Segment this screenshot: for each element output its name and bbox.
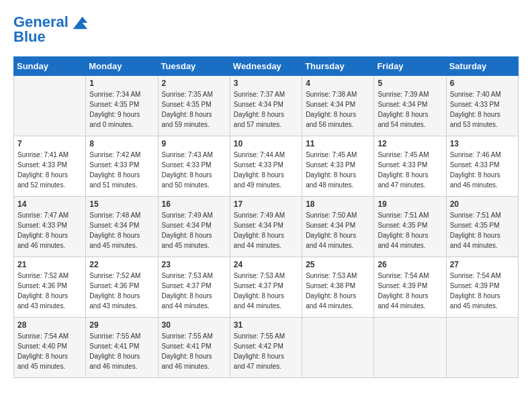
day-number: 11 (306, 139, 370, 148)
day-number: 18 (306, 199, 370, 209)
week-row-2: 7Sunrise: 7:41 AM Sunset: 4:33 PM Daylig… (14, 136, 519, 197)
day-cell: 14Sunrise: 7:47 AM Sunset: 4:33 PM Dayli… (14, 197, 86, 257)
day-number: 25 (306, 260, 370, 269)
day-number: 7 (17, 139, 82, 148)
week-row-4: 21Sunrise: 7:52 AM Sunset: 4:36 PM Dayli… (14, 257, 519, 318)
day-info: Sunrise: 7:55 AM Sunset: 4:41 PM Dayligh… (162, 331, 226, 371)
header-wednesday: Wednesday (230, 57, 302, 76)
day-number: 16 (162, 199, 226, 209)
day-number: 15 (89, 199, 154, 209)
day-info: Sunrise: 7:46 AM Sunset: 4:33 PM Dayligh… (450, 150, 515, 190)
day-number: 30 (162, 320, 226, 330)
day-cell (302, 318, 374, 378)
day-info: Sunrise: 7:35 AM Sunset: 4:35 PM Dayligh… (162, 89, 226, 130)
day-cell: 24Sunrise: 7:53 AM Sunset: 4:37 PM Dayli… (230, 257, 302, 318)
header-friday: Friday (374, 57, 446, 76)
svg-marker-0 (73, 17, 87, 30)
day-info: Sunrise: 7:49 AM Sunset: 4:34 PM Dayligh… (234, 210, 298, 250)
logo: General Blue (13, 13, 89, 46)
day-info: Sunrise: 7:53 AM Sunset: 4:37 PM Dayligh… (234, 271, 298, 311)
day-cell: 23Sunrise: 7:53 AM Sunset: 4:37 PM Dayli… (158, 257, 230, 318)
day-cell (446, 318, 518, 378)
week-row-1: 1Sunrise: 7:34 AM Sunset: 4:35 PM Daylig… (14, 76, 519, 136)
day-info: Sunrise: 7:51 AM Sunset: 4:35 PM Dayligh… (450, 210, 515, 250)
day-info: Sunrise: 7:54 AM Sunset: 4:39 PM Dayligh… (378, 271, 442, 311)
day-info: Sunrise: 7:41 AM Sunset: 4:33 PM Dayligh… (17, 150, 82, 190)
day-cell: 11Sunrise: 7:45 AM Sunset: 4:33 PM Dayli… (302, 136, 374, 197)
day-cell: 20Sunrise: 7:51 AM Sunset: 4:35 PM Dayli… (446, 197, 518, 257)
page-header: General Blue (13, 13, 519, 46)
day-info: Sunrise: 7:54 AM Sunset: 4:39 PM Dayligh… (450, 271, 515, 311)
day-info: Sunrise: 7:55 AM Sunset: 4:42 PM Dayligh… (234, 331, 298, 371)
day-number: 2 (162, 79, 226, 88)
week-row-5: 28Sunrise: 7:54 AM Sunset: 4:40 PM Dayli… (14, 318, 519, 378)
logo-icon (70, 13, 89, 32)
day-cell: 12Sunrise: 7:45 AM Sunset: 4:33 PM Dayli… (374, 136, 446, 197)
day-number: 1 (89, 79, 154, 88)
day-info: Sunrise: 7:49 AM Sunset: 4:34 PM Dayligh… (162, 210, 226, 250)
day-info: Sunrise: 7:52 AM Sunset: 4:36 PM Dayligh… (17, 271, 82, 311)
day-cell: 13Sunrise: 7:46 AM Sunset: 4:33 PM Dayli… (446, 136, 518, 197)
day-number: 10 (234, 139, 298, 148)
day-info: Sunrise: 7:53 AM Sunset: 4:37 PM Dayligh… (162, 271, 226, 311)
day-number: 20 (450, 199, 515, 209)
calendar-table: SundayMondayTuesdayWednesdayThursdayFrid… (13, 56, 519, 378)
day-number: 29 (89, 320, 154, 330)
header-tuesday: Tuesday (158, 57, 230, 76)
day-number: 19 (378, 199, 442, 209)
day-cell: 31Sunrise: 7:55 AM Sunset: 4:42 PM Dayli… (230, 318, 302, 378)
day-number: 12 (378, 139, 442, 148)
day-cell (374, 318, 446, 378)
header-saturday: Saturday (446, 57, 518, 76)
day-cell: 4Sunrise: 7:38 AM Sunset: 4:34 PM Daylig… (302, 76, 374, 136)
day-info: Sunrise: 7:38 AM Sunset: 4:34 PM Dayligh… (306, 89, 370, 130)
day-cell: 16Sunrise: 7:49 AM Sunset: 4:34 PM Dayli… (158, 197, 230, 257)
day-number: 28 (17, 320, 82, 330)
header-thursday: Thursday (302, 57, 374, 76)
day-info: Sunrise: 7:40 AM Sunset: 4:33 PM Dayligh… (450, 89, 515, 130)
day-number: 14 (17, 199, 82, 209)
day-info: Sunrise: 7:45 AM Sunset: 4:33 PM Dayligh… (378, 150, 442, 190)
day-number: 6 (450, 79, 515, 88)
day-info: Sunrise: 7:37 AM Sunset: 4:34 PM Dayligh… (234, 89, 298, 130)
day-cell: 5Sunrise: 7:39 AM Sunset: 4:34 PM Daylig… (374, 76, 446, 136)
header-monday: Monday (86, 57, 158, 76)
day-info: Sunrise: 7:54 AM Sunset: 4:40 PM Dayligh… (17, 331, 82, 371)
day-cell: 28Sunrise: 7:54 AM Sunset: 4:40 PM Dayli… (14, 318, 86, 378)
day-number: 23 (162, 260, 226, 269)
day-number: 13 (450, 139, 515, 148)
header-sunday: Sunday (14, 57, 86, 76)
day-info: Sunrise: 7:47 AM Sunset: 4:33 PM Dayligh… (17, 210, 82, 250)
day-number: 26 (378, 260, 442, 269)
day-number: 4 (306, 79, 370, 88)
day-number: 27 (450, 260, 515, 269)
day-info: Sunrise: 7:39 AM Sunset: 4:34 PM Dayligh… (378, 89, 442, 130)
header-row: SundayMondayTuesdayWednesdayThursdayFrid… (14, 57, 519, 76)
day-cell: 27Sunrise: 7:54 AM Sunset: 4:39 PM Dayli… (446, 257, 518, 318)
day-number: 8 (89, 139, 154, 148)
day-info: Sunrise: 7:43 AM Sunset: 4:33 PM Dayligh… (162, 150, 226, 190)
day-cell: 21Sunrise: 7:52 AM Sunset: 4:36 PM Dayli… (14, 257, 86, 318)
day-cell: 17Sunrise: 7:49 AM Sunset: 4:34 PM Dayli… (230, 197, 302, 257)
week-row-3: 14Sunrise: 7:47 AM Sunset: 4:33 PM Dayli… (14, 197, 519, 257)
day-info: Sunrise: 7:44 AM Sunset: 4:33 PM Dayligh… (234, 150, 298, 190)
day-cell: 10Sunrise: 7:44 AM Sunset: 4:33 PM Dayli… (230, 136, 302, 197)
day-info: Sunrise: 7:45 AM Sunset: 4:33 PM Dayligh… (306, 150, 370, 190)
day-cell: 29Sunrise: 7:55 AM Sunset: 4:41 PM Dayli… (86, 318, 158, 378)
day-number: 5 (378, 79, 442, 88)
day-cell: 2Sunrise: 7:35 AM Sunset: 4:35 PM Daylig… (158, 76, 230, 136)
day-info: Sunrise: 7:42 AM Sunset: 4:33 PM Dayligh… (89, 150, 154, 190)
day-number: 17 (234, 199, 298, 209)
day-cell: 18Sunrise: 7:50 AM Sunset: 4:34 PM Dayli… (302, 197, 374, 257)
day-cell: 22Sunrise: 7:52 AM Sunset: 4:36 PM Dayli… (86, 257, 158, 318)
day-cell: 30Sunrise: 7:55 AM Sunset: 4:41 PM Dayli… (158, 318, 230, 378)
day-cell: 26Sunrise: 7:54 AM Sunset: 4:39 PM Dayli… (374, 257, 446, 318)
day-number: 22 (89, 260, 154, 269)
day-info: Sunrise: 7:34 AM Sunset: 4:35 PM Dayligh… (89, 89, 154, 130)
day-cell: 6Sunrise: 7:40 AM Sunset: 4:33 PM Daylig… (446, 76, 518, 136)
day-info: Sunrise: 7:55 AM Sunset: 4:41 PM Dayligh… (89, 331, 154, 371)
day-cell: 9Sunrise: 7:43 AM Sunset: 4:33 PM Daylig… (158, 136, 230, 197)
day-info: Sunrise: 7:50 AM Sunset: 4:34 PM Dayligh… (306, 210, 370, 250)
day-cell: 3Sunrise: 7:37 AM Sunset: 4:34 PM Daylig… (230, 76, 302, 136)
day-cell: 15Sunrise: 7:48 AM Sunset: 4:34 PM Dayli… (86, 197, 158, 257)
